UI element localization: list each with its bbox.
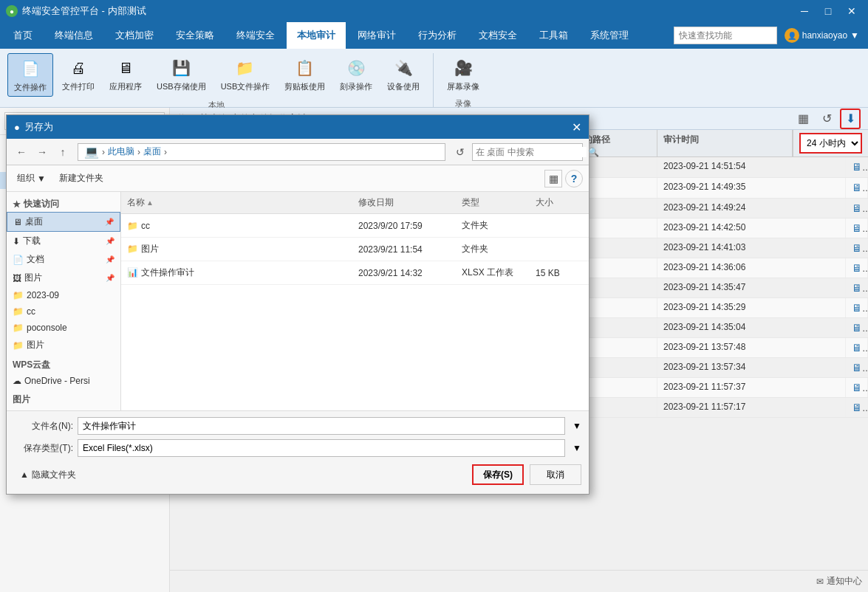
nav-item-security-policy[interactable]: 安全策略 bbox=[165, 22, 225, 49]
export-button[interactable]: ⬇ bbox=[840, 109, 861, 129]
nav-item-home[interactable]: 首页 bbox=[3, 22, 43, 49]
folder-poconsole-icon: 📁 bbox=[13, 323, 24, 333]
folder-pictures-icon: 📁 bbox=[13, 340, 24, 351]
save-dialog: ● 另存为 ✕ ← → ↑ 💻 › 此电脑 › 桌面 › ↺ 🔍 bbox=[6, 114, 590, 495]
refresh-button[interactable]: ↺ bbox=[816, 109, 837, 129]
toolbar-device-label: 设备使用 bbox=[387, 81, 420, 92]
new-folder-button[interactable]: 新建文件夹 bbox=[55, 171, 108, 186]
folder-icon-cc: 📁 bbox=[127, 221, 138, 231]
cell-time: 2023-09-21 14:35:29 bbox=[657, 298, 846, 317]
toolbar-app[interactable]: 🖥 应用程序 bbox=[103, 53, 148, 97]
hide-folder-button[interactable]: ▲ 隐藏文件夹 bbox=[14, 466, 82, 484]
path-segment-pc[interactable]: 此电脑 bbox=[108, 145, 134, 158]
burn-icon: 💿 bbox=[344, 56, 368, 80]
maximize-button[interactable]: □ bbox=[818, 4, 838, 18]
cell-time: 2023-09-21 14:41:03 bbox=[657, 238, 846, 258]
dialog-search-input[interactable] bbox=[476, 147, 587, 157]
dialog-up-button[interactable]: ↑ bbox=[54, 143, 72, 161]
nav-item-toolbox[interactable]: 工具箱 bbox=[529, 22, 578, 49]
grid-view-button[interactable]: ▦ bbox=[793, 109, 813, 129]
sidebar-item-pictures2[interactable]: 📁 图片 bbox=[7, 336, 120, 354]
nav-item-sys-management[interactable]: 系统管理 bbox=[580, 22, 639, 49]
search-input[interactable] bbox=[674, 27, 777, 44]
cell-time: 2023-09-21 14:35:47 bbox=[657, 278, 846, 297]
help-button[interactable]: ? bbox=[565, 170, 583, 187]
filename-input[interactable] bbox=[78, 417, 565, 435]
usb-storage-icon: 💾 bbox=[169, 56, 193, 80]
computer-icon: 💻 bbox=[84, 145, 99, 159]
nav-item-network-audit[interactable]: 网络审计 bbox=[347, 22, 406, 49]
dialog-forward-button[interactable]: → bbox=[33, 143, 51, 161]
dialog-content: ★ 快速访问 🖥 桌面 📌 ⬇ 下载 📌 📄 文档 📌 bbox=[7, 192, 589, 410]
toolbar-burn[interactable]: 💿 刻录操作 bbox=[334, 53, 378, 97]
sidebar-item-cc[interactable]: 📁 cc bbox=[7, 303, 120, 320]
nav-item-doc-security[interactable]: 文档安全 bbox=[468, 22, 527, 49]
dialog-title-bar: ● 另存为 ✕ bbox=[7, 115, 589, 139]
toolbar-usb-storage[interactable]: 💾 USB存储使用 bbox=[151, 53, 212, 97]
organize-button[interactable]: 组织 ▼ bbox=[13, 171, 50, 186]
toolbar-group-local: 📄 文件操作 🖨 文件打印 🖥 应用程序 💾 USB存储使用 📁 USB文件操作… bbox=[7, 53, 434, 111]
time-filter-select[interactable]: 24 小时内 3天内 7天内 30天内 bbox=[801, 134, 861, 152]
wps-section: WPS云盘 bbox=[7, 354, 120, 373]
nav-item-doc-encrypt[interactable]: 文档加密 bbox=[105, 22, 164, 49]
pictures-section: 图片 bbox=[7, 389, 120, 407]
view-toggle-button[interactable]: ▦ bbox=[544, 170, 562, 187]
cell-time: 2023-09-21 14:51:54 bbox=[657, 157, 846, 177]
dialog-sidebar: ★ 快速访问 🖥 桌面 📌 ⬇ 下载 📌 📄 文档 📌 bbox=[7, 192, 121, 410]
toolbar-app-label: 应用程序 bbox=[109, 81, 142, 92]
sidebar-pictures-label: 图片 bbox=[24, 272, 42, 284]
cell-time: 2023-09-21 14:36:06 bbox=[657, 258, 846, 278]
dialog-refresh-button[interactable]: ↺ bbox=[451, 143, 469, 161]
pin-icon4: 📌 bbox=[106, 274, 115, 282]
file-print-icon: 🖨 bbox=[66, 56, 90, 80]
pin-icon3: 📌 bbox=[106, 255, 115, 264]
cell-time: 2023-09-21 11:57:37 bbox=[657, 378, 846, 397]
cancel-button[interactable]: 取消 bbox=[530, 464, 581, 485]
cell-monitor-icon: 🖥 bbox=[846, 157, 868, 177]
toolbar-screen-record-label: 屏幕录像 bbox=[447, 81, 479, 92]
toolbar-usb-file[interactable]: 📁 USB文件操作 bbox=[215, 53, 276, 97]
filetype-input[interactable] bbox=[78, 439, 565, 457]
nav-item-behavior-analysis[interactable]: 行为分析 bbox=[408, 22, 467, 49]
pin-icon2: 📌 bbox=[106, 237, 115, 245]
dialog-file-row-audit[interactable]: 📊文件操作审计 2023/9/21 14:32 XLSX 工作表 15 KB bbox=[121, 261, 589, 285]
sidebar-pictures2-label: 图片 bbox=[27, 339, 44, 351]
dialog-file-row-pictures[interactable]: 📁图片 2023/9/21 11:54 文件夹 bbox=[121, 238, 589, 261]
file-name-pictures: 📁图片 bbox=[121, 241, 352, 258]
nav-item-terminal-info[interactable]: 终端信息 bbox=[44, 22, 103, 49]
sidebar-item-desktop[interactable]: 🖥 桌面 📌 bbox=[7, 212, 120, 232]
sidebar-item-2023-09[interactable]: 📁 2023-09 bbox=[7, 287, 120, 303]
path-segment-desktop[interactable]: 桌面 bbox=[143, 145, 161, 158]
file-size-cc bbox=[530, 224, 589, 228]
dialog-close-button[interactable]: ✕ bbox=[572, 120, 581, 134]
sidebar-docs-label: 文档 bbox=[27, 253, 44, 266]
cell-time: 2023-09-21 13:57:34 bbox=[657, 358, 846, 377]
sidebar-item-docs[interactable]: 📄 文档 📌 bbox=[7, 250, 120, 269]
sidebar-item-downloads[interactable]: ⬇ 下载 📌 bbox=[7, 232, 120, 250]
pictures-icon: 🖼 bbox=[13, 273, 21, 283]
toolbar-device[interactable]: 🔌 设备使用 bbox=[381, 53, 426, 97]
minimize-button[interactable]: ─ bbox=[794, 4, 815, 18]
toolbar-screen-record[interactable]: 🎥 屏幕录像 bbox=[441, 53, 485, 95]
dialog-back-button[interactable]: ← bbox=[13, 143, 30, 161]
organize-label: 组织 bbox=[17, 172, 35, 185]
sidebar-item-poconsole[interactable]: 📁 poconsole bbox=[7, 320, 120, 336]
sidebar-item-onedrive[interactable]: ☁ OneDrive - Persi bbox=[7, 373, 120, 389]
toolbar-file-ops[interactable]: 📄 文件操作 bbox=[7, 53, 53, 97]
close-button[interactable]: ✕ bbox=[841, 4, 862, 18]
cell-time: 2023-09-21 14:35:04 bbox=[657, 318, 846, 337]
toolbar-burn-label: 刻录操作 bbox=[340, 81, 372, 92]
dialog-file-row-cc[interactable]: 📁cc 2023/9/20 17:59 文件夹 bbox=[121, 214, 589, 238]
cell-monitor-icon: 🖥 bbox=[846, 378, 868, 397]
toolbar-clipboard[interactable]: 📋 剪贴板使用 bbox=[278, 53, 331, 97]
save-button[interactable]: 保存(S) bbox=[472, 464, 524, 485]
device-icon: 🔌 bbox=[392, 56, 415, 80]
downloads-icon: ⬇ bbox=[13, 236, 20, 247]
sidebar-item-pictures[interactable]: 🖼 图片 📌 bbox=[7, 269, 120, 287]
nav-item-terminal-security[interactable]: 终端安全 bbox=[226, 22, 285, 49]
nav-item-local-audit[interactable]: 本地审计 bbox=[287, 22, 346, 49]
toolbar-file-print[interactable]: 🖨 文件打印 bbox=[56, 53, 100, 97]
cell-monitor-icon: 🖥 bbox=[846, 338, 868, 357]
star-icon: ★ bbox=[13, 199, 21, 210]
cell-monitor-icon: 🖥 bbox=[846, 398, 868, 417]
